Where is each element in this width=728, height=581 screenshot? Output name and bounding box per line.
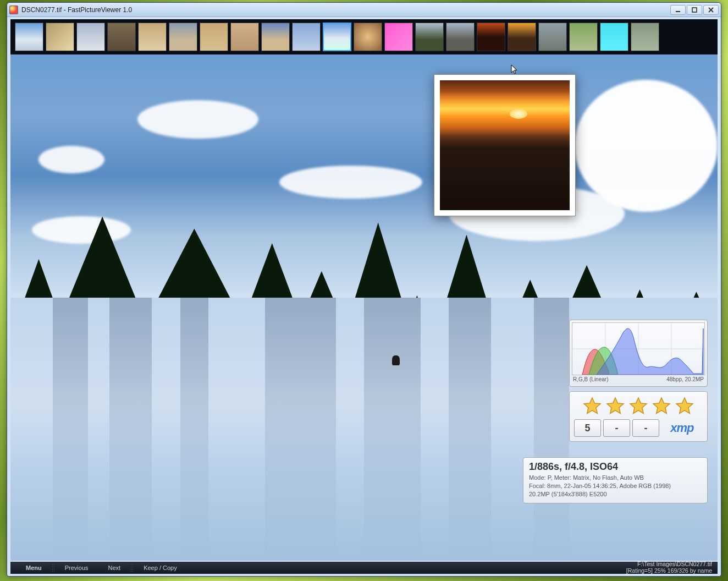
- histogram-mode-label: R,G,B (Linear): [573, 376, 608, 382]
- thumbnail[interactable]: [76, 23, 105, 51]
- maximize-button[interactable]: [687, 5, 702, 15]
- thumbnail-strip[interactable]: [10, 19, 718, 54]
- thumbnail[interactable]: [169, 23, 197, 51]
- thumbnail[interactable]: [107, 23, 136, 51]
- previous-button[interactable]: Previous: [55, 564, 98, 571]
- next-button[interactable]: Next: [98, 564, 131, 571]
- bottom-toolbar: Menu Previous Next Keep / Copy F:\Test I…: [10, 562, 718, 574]
- exif-line: Focal: 8mm, 22-Jan-05 14:36:25, Adobe RG…: [529, 482, 702, 490]
- histogram-chart: [572, 322, 705, 375]
- star-icon[interactable]: [652, 396, 671, 416]
- menu-button[interactable]: Menu: [16, 564, 52, 571]
- window-title: DSCN0277.tif - FastPictureViewer 1.0: [21, 6, 670, 14]
- exif-headline: 1/886s, f/4.8, ISO64: [529, 461, 702, 473]
- thumbnail[interactable]: [477, 23, 505, 51]
- app-icon: [9, 6, 18, 14]
- histogram-panel[interactable]: R,G,B (Linear) 48bpp, 20.2MP: [569, 320, 708, 387]
- close-button[interactable]: [703, 5, 719, 15]
- exif-panel: 1/886s, f/4.8, ISO64 Mode: P, Meter: Mat…: [523, 457, 708, 503]
- svg-rect-1: [692, 8, 697, 12]
- thumbnail[interactable]: [569, 23, 598, 51]
- keep-copy-button[interactable]: Keep / Copy: [134, 564, 187, 571]
- thumbnail[interactable]: [15, 23, 43, 51]
- star-row: [574, 396, 703, 416]
- svg-rect-0: [676, 11, 680, 12]
- thumbnail[interactable]: [384, 23, 413, 51]
- rating-panel: 5 - - xmp: [569, 391, 708, 442]
- star-icon[interactable]: [675, 396, 694, 416]
- window-controls: [670, 5, 719, 15]
- thumbnail[interactable]: [323, 23, 351, 51]
- preview-image: [440, 80, 570, 210]
- thumbnail[interactable]: [138, 23, 167, 51]
- app-window: DSCN0277.tif - FastPictureViewer 1.0: [7, 2, 721, 577]
- content-area: R,G,B (Linear) 48bpp, 20.2MP 5 - - xmp 1…: [10, 19, 718, 561]
- star-icon[interactable]: [605, 396, 625, 416]
- thumbnail[interactable]: [292, 23, 321, 51]
- thumbnail[interactable]: [261, 23, 290, 51]
- exif-line: Mode: P, Meter: Matrix, No Flash, Auto W…: [529, 474, 702, 482]
- thumbnail[interactable]: [354, 23, 382, 51]
- star-icon[interactable]: [628, 396, 648, 416]
- titlebar[interactable]: DSCN0277.tif - FastPictureViewer 1.0: [7, 3, 721, 17]
- thumbnail[interactable]: [415, 23, 444, 51]
- exif-line: 20.2MP (5'184x3'888) E5200: [529, 490, 702, 498]
- thumbnail[interactable]: [600, 23, 628, 51]
- xmp-badge[interactable]: xmp: [661, 419, 703, 437]
- thumbnail[interactable]: [446, 23, 475, 51]
- rating-value[interactable]: 5: [574, 419, 601, 437]
- mouse-cursor-icon: [511, 64, 519, 75]
- thumbnail[interactable]: [631, 23, 659, 51]
- thumbnail[interactable]: [46, 23, 74, 51]
- thumbnail-preview-popup: [434, 74, 576, 216]
- color-label-b[interactable]: -: [632, 419, 659, 437]
- thumbnail[interactable]: [230, 23, 259, 51]
- color-label-a[interactable]: -: [603, 419, 630, 437]
- histogram-info-label: 48bpp, 20.2MP: [666, 376, 704, 382]
- star-icon[interactable]: [582, 396, 602, 416]
- status-label: [Rating=5] 25% 169/326 by name: [626, 568, 712, 574]
- thumbnail[interactable]: [200, 23, 228, 51]
- thumbnail[interactable]: [508, 23, 536, 51]
- thumbnail[interactable]: [538, 23, 567, 51]
- minimize-button[interactable]: [670, 5, 686, 15]
